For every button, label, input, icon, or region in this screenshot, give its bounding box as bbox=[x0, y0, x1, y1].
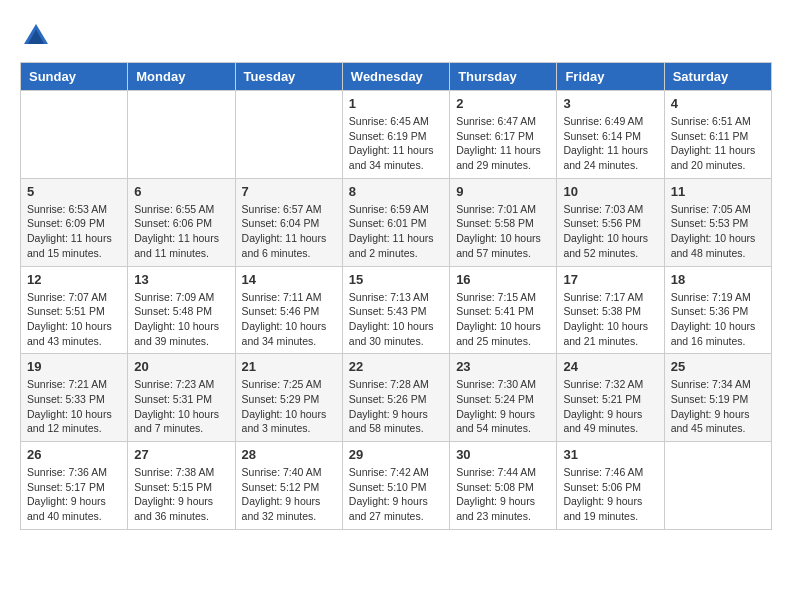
day-number: 11 bbox=[671, 184, 765, 199]
calendar-cell: 26Sunrise: 7:36 AMSunset: 5:17 PMDayligh… bbox=[21, 442, 128, 530]
day-info: Sunrise: 6:49 AMSunset: 6:14 PMDaylight:… bbox=[563, 114, 657, 173]
calendar-cell: 11Sunrise: 7:05 AMSunset: 5:53 PMDayligh… bbox=[664, 178, 771, 266]
day-number: 9 bbox=[456, 184, 550, 199]
calendar-cell: 15Sunrise: 7:13 AMSunset: 5:43 PMDayligh… bbox=[342, 266, 449, 354]
day-number: 14 bbox=[242, 272, 336, 287]
calendar-cell: 13Sunrise: 7:09 AMSunset: 5:48 PMDayligh… bbox=[128, 266, 235, 354]
day-number: 10 bbox=[563, 184, 657, 199]
day-info: Sunrise: 7:28 AMSunset: 5:26 PMDaylight:… bbox=[349, 377, 443, 436]
day-info: Sunrise: 6:53 AMSunset: 6:09 PMDaylight:… bbox=[27, 202, 121, 261]
calendar-cell: 8Sunrise: 6:59 AMSunset: 6:01 PMDaylight… bbox=[342, 178, 449, 266]
day-info: Sunrise: 6:47 AMSunset: 6:17 PMDaylight:… bbox=[456, 114, 550, 173]
calendar-cell: 19Sunrise: 7:21 AMSunset: 5:33 PMDayligh… bbox=[21, 354, 128, 442]
day-number: 15 bbox=[349, 272, 443, 287]
day-number: 3 bbox=[563, 96, 657, 111]
calendar-header-row: SundayMondayTuesdayWednesdayThursdayFrid… bbox=[21, 63, 772, 91]
page-header bbox=[20, 20, 772, 52]
day-info: Sunrise: 7:40 AMSunset: 5:12 PMDaylight:… bbox=[242, 465, 336, 524]
day-number: 30 bbox=[456, 447, 550, 462]
logo-icon bbox=[20, 20, 52, 52]
calendar-header-tuesday: Tuesday bbox=[235, 63, 342, 91]
calendar-cell: 30Sunrise: 7:44 AMSunset: 5:08 PMDayligh… bbox=[450, 442, 557, 530]
day-info: Sunrise: 7:42 AMSunset: 5:10 PMDaylight:… bbox=[349, 465, 443, 524]
calendar-week-3: 12Sunrise: 7:07 AMSunset: 5:51 PMDayligh… bbox=[21, 266, 772, 354]
calendar-cell: 24Sunrise: 7:32 AMSunset: 5:21 PMDayligh… bbox=[557, 354, 664, 442]
day-info: Sunrise: 7:07 AMSunset: 5:51 PMDaylight:… bbox=[27, 290, 121, 349]
calendar-cell: 10Sunrise: 7:03 AMSunset: 5:56 PMDayligh… bbox=[557, 178, 664, 266]
day-number: 17 bbox=[563, 272, 657, 287]
day-number: 5 bbox=[27, 184, 121, 199]
calendar-header-friday: Friday bbox=[557, 63, 664, 91]
day-info: Sunrise: 7:19 AMSunset: 5:36 PMDaylight:… bbox=[671, 290, 765, 349]
calendar-cell: 17Sunrise: 7:17 AMSunset: 5:38 PMDayligh… bbox=[557, 266, 664, 354]
calendar-cell: 25Sunrise: 7:34 AMSunset: 5:19 PMDayligh… bbox=[664, 354, 771, 442]
calendar-header-thursday: Thursday bbox=[450, 63, 557, 91]
calendar-header-sunday: Sunday bbox=[21, 63, 128, 91]
day-info: Sunrise: 7:46 AMSunset: 5:06 PMDaylight:… bbox=[563, 465, 657, 524]
day-number: 22 bbox=[349, 359, 443, 374]
day-info: Sunrise: 7:11 AMSunset: 5:46 PMDaylight:… bbox=[242, 290, 336, 349]
calendar-table: SundayMondayTuesdayWednesdayThursdayFrid… bbox=[20, 62, 772, 530]
calendar-cell: 27Sunrise: 7:38 AMSunset: 5:15 PMDayligh… bbox=[128, 442, 235, 530]
day-info: Sunrise: 6:57 AMSunset: 6:04 PMDaylight:… bbox=[242, 202, 336, 261]
calendar-week-1: 1Sunrise: 6:45 AMSunset: 6:19 PMDaylight… bbox=[21, 91, 772, 179]
calendar-week-4: 19Sunrise: 7:21 AMSunset: 5:33 PMDayligh… bbox=[21, 354, 772, 442]
day-number: 6 bbox=[134, 184, 228, 199]
calendar-cell: 16Sunrise: 7:15 AMSunset: 5:41 PMDayligh… bbox=[450, 266, 557, 354]
calendar-cell: 31Sunrise: 7:46 AMSunset: 5:06 PMDayligh… bbox=[557, 442, 664, 530]
day-number: 2 bbox=[456, 96, 550, 111]
day-number: 26 bbox=[27, 447, 121, 462]
day-info: Sunrise: 7:01 AMSunset: 5:58 PMDaylight:… bbox=[456, 202, 550, 261]
day-number: 19 bbox=[27, 359, 121, 374]
day-info: Sunrise: 6:59 AMSunset: 6:01 PMDaylight:… bbox=[349, 202, 443, 261]
day-number: 28 bbox=[242, 447, 336, 462]
calendar-week-5: 26Sunrise: 7:36 AMSunset: 5:17 PMDayligh… bbox=[21, 442, 772, 530]
calendar-header-wednesday: Wednesday bbox=[342, 63, 449, 91]
day-number: 29 bbox=[349, 447, 443, 462]
day-info: Sunrise: 6:55 AMSunset: 6:06 PMDaylight:… bbox=[134, 202, 228, 261]
day-info: Sunrise: 7:15 AMSunset: 5:41 PMDaylight:… bbox=[456, 290, 550, 349]
calendar-cell: 14Sunrise: 7:11 AMSunset: 5:46 PMDayligh… bbox=[235, 266, 342, 354]
day-number: 27 bbox=[134, 447, 228, 462]
day-info: Sunrise: 7:21 AMSunset: 5:33 PMDaylight:… bbox=[27, 377, 121, 436]
day-number: 31 bbox=[563, 447, 657, 462]
calendar-cell: 6Sunrise: 6:55 AMSunset: 6:06 PMDaylight… bbox=[128, 178, 235, 266]
day-info: Sunrise: 7:17 AMSunset: 5:38 PMDaylight:… bbox=[563, 290, 657, 349]
day-number: 16 bbox=[456, 272, 550, 287]
day-number: 18 bbox=[671, 272, 765, 287]
calendar-cell: 29Sunrise: 7:42 AMSunset: 5:10 PMDayligh… bbox=[342, 442, 449, 530]
day-info: Sunrise: 7:25 AMSunset: 5:29 PMDaylight:… bbox=[242, 377, 336, 436]
calendar-header-monday: Monday bbox=[128, 63, 235, 91]
calendar-header-saturday: Saturday bbox=[664, 63, 771, 91]
calendar-cell: 7Sunrise: 6:57 AMSunset: 6:04 PMDaylight… bbox=[235, 178, 342, 266]
day-number: 8 bbox=[349, 184, 443, 199]
day-info: Sunrise: 7:09 AMSunset: 5:48 PMDaylight:… bbox=[134, 290, 228, 349]
day-info: Sunrise: 7:23 AMSunset: 5:31 PMDaylight:… bbox=[134, 377, 228, 436]
day-info: Sunrise: 6:51 AMSunset: 6:11 PMDaylight:… bbox=[671, 114, 765, 173]
calendar-cell: 22Sunrise: 7:28 AMSunset: 5:26 PMDayligh… bbox=[342, 354, 449, 442]
calendar-cell: 23Sunrise: 7:30 AMSunset: 5:24 PMDayligh… bbox=[450, 354, 557, 442]
day-number: 24 bbox=[563, 359, 657, 374]
day-number: 4 bbox=[671, 96, 765, 111]
day-info: Sunrise: 7:32 AMSunset: 5:21 PMDaylight:… bbox=[563, 377, 657, 436]
calendar-cell: 1Sunrise: 6:45 AMSunset: 6:19 PMDaylight… bbox=[342, 91, 449, 179]
calendar-cell: 2Sunrise: 6:47 AMSunset: 6:17 PMDaylight… bbox=[450, 91, 557, 179]
day-number: 25 bbox=[671, 359, 765, 374]
calendar-cell: 12Sunrise: 7:07 AMSunset: 5:51 PMDayligh… bbox=[21, 266, 128, 354]
calendar-cell: 5Sunrise: 6:53 AMSunset: 6:09 PMDaylight… bbox=[21, 178, 128, 266]
day-info: Sunrise: 6:45 AMSunset: 6:19 PMDaylight:… bbox=[349, 114, 443, 173]
calendar-cell bbox=[21, 91, 128, 179]
calendar-cell bbox=[664, 442, 771, 530]
day-info: Sunrise: 7:44 AMSunset: 5:08 PMDaylight:… bbox=[456, 465, 550, 524]
calendar-cell bbox=[128, 91, 235, 179]
calendar-cell: 21Sunrise: 7:25 AMSunset: 5:29 PMDayligh… bbox=[235, 354, 342, 442]
day-info: Sunrise: 7:13 AMSunset: 5:43 PMDaylight:… bbox=[349, 290, 443, 349]
calendar-cell: 9Sunrise: 7:01 AMSunset: 5:58 PMDaylight… bbox=[450, 178, 557, 266]
day-number: 12 bbox=[27, 272, 121, 287]
day-number: 21 bbox=[242, 359, 336, 374]
day-number: 23 bbox=[456, 359, 550, 374]
day-info: Sunrise: 7:05 AMSunset: 5:53 PMDaylight:… bbox=[671, 202, 765, 261]
day-number: 1 bbox=[349, 96, 443, 111]
calendar-cell: 28Sunrise: 7:40 AMSunset: 5:12 PMDayligh… bbox=[235, 442, 342, 530]
day-number: 13 bbox=[134, 272, 228, 287]
